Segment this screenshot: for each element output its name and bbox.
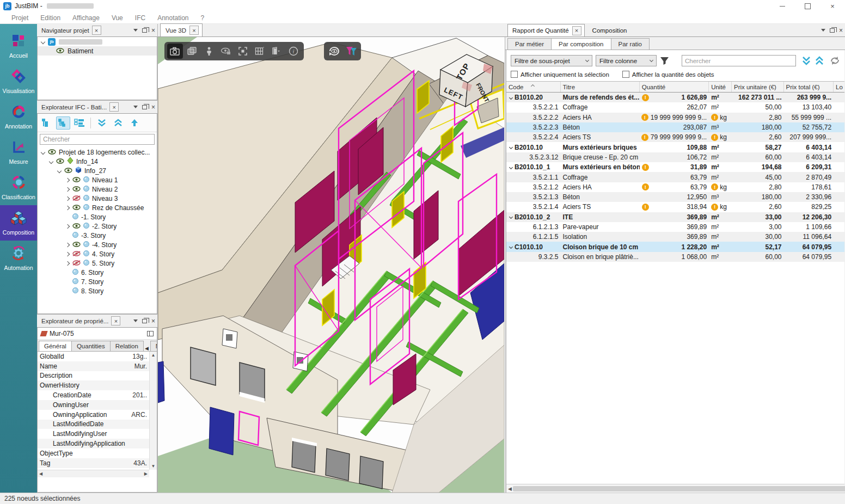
ifc-tree-item[interactable]: Projet de 18 logements collec... [38,147,157,157]
reset-view-icon[interactable] [326,44,342,59]
chevron-down-icon[interactable] [49,159,53,163]
warning-icon[interactable]: ! [642,183,649,190]
visibility-eye-icon[interactable] [72,204,81,212]
sidebar-item-composition[interactable]: Composition [0,205,37,241]
sidebar-item-accueil[interactable]: Accueil [0,28,37,64]
ifc-tree-item[interactable]: -2. Story [38,222,157,231]
vertical-scrollbar[interactable]: ▲▼ [149,352,157,470]
table-row[interactable]: 3.5.2.2.3Béton293,087m³180,0052 755,72 [506,122,844,132]
ifc-tree-item[interactable]: -3. Story [38,231,157,240]
scroll-left-icon[interactable]: ◀ [508,486,512,491]
ifc-tree-item[interactable]: Niveau 2 [38,185,157,194]
ifc-tree-item[interactable]: Niveau 3 [38,194,157,203]
close-icon[interactable]: × [572,26,581,35]
chevron-down-icon[interactable] [41,150,45,154]
layout-toggle-icon[interactable] [147,331,154,336]
close-icon[interactable]: × [151,27,155,34]
property-row[interactable]: LastModifyingApplication [38,439,149,448]
subtab-par-ratio[interactable]: Par ratio [611,38,650,50]
table-row[interactable]: 3.5.2.1.4Aciers TS!318,94!kg2,60829,25 [506,202,844,212]
sidebar-item-annotation[interactable]: Annotation [0,99,37,134]
tab-general[interactable]: Général [39,341,72,351]
float-panel-icon[interactable] [142,105,147,109]
table-row[interactable]: B2010.10_2ITE369,89m²33,0012 206,30 [506,212,844,222]
table-row[interactable]: 3.5.2.1.2Aciers HA!63,79!kg2,80178,61 [506,182,844,192]
tree-view-flat-icon[interactable] [40,116,54,130]
chevron-down-icon[interactable] [509,145,513,149]
table-row[interactable]: C1010.10Cloison brique de 10 cm1 228,20m… [506,242,844,251]
tab-navigateur-projet[interactable]: Navigateur projet × [39,24,102,36]
info-icon[interactable]: i [285,44,301,59]
ifc-tree-item[interactable]: Niveau 1 [38,175,157,185]
ifc-tree-item[interactable]: Info_27 [38,166,157,175]
chevron-down-icon[interactable] [41,39,45,44]
checkbox-icon[interactable] [622,71,629,78]
table-row[interactable]: 3.5.2.1.3Béton12,950m³180,002 330,96 [506,192,844,202]
chevron-down-icon[interactable] [509,96,513,100]
checkbox-object-quantity[interactable]: Afficher la quantité des objets [622,71,714,78]
table-row[interactable]: 6.1.2.1.3Pare-vapeur369,89m²3,001 109,66 [506,222,844,232]
visibility-eye-icon[interactable] [72,223,81,230]
menu-ifc[interactable]: IFC [129,14,151,22]
table-row[interactable]: 3.5.2.2.1Coffrage262,07m²50,0013 103,40 [506,102,844,112]
eye-lock-icon[interactable] [218,44,234,59]
subtab-par-composition[interactable]: Par composition [551,38,611,50]
tree-row-project[interactable]: jb [38,37,157,46]
warning-icon[interactable]: ! [711,204,718,211]
ifc-tree-item[interactable]: -4. Story [38,240,157,249]
ifc-tree-item[interactable]: Rez de Chaussée [38,203,157,212]
chevron-down-icon[interactable] [509,165,513,169]
chevron-right-icon[interactable] [65,196,70,200]
subproject-filter-dropdown[interactable]: Filtre de sous-projet [511,55,592,66]
tab-explorateur-proprietes[interactable]: Explorateur de proprié... × [39,315,121,327]
checkbox-icon[interactable] [511,71,518,78]
expand-all-rows-icon[interactable] [801,56,811,65]
panel-menu-icon[interactable] [821,29,825,32]
warning-icon[interactable]: ! [711,114,718,121]
property-row[interactable]: OwningApplicationARC. [38,410,149,420]
tab-quantities[interactable]: Quantities [71,341,111,351]
property-row[interactable]: Tag43A. [38,458,149,468]
visibility-eye-icon[interactable] [72,186,81,193]
property-row[interactable]: OwningUser [38,400,149,410]
sidebar-item-classification[interactable]: Classification [0,170,37,205]
checkbox-selection-only[interactable]: Afficher uniquement la sélection [511,71,609,78]
tab-rapport-quantite[interactable]: Rapport de Quantité × [507,24,585,36]
color-filter-icon[interactable] [343,44,359,59]
refresh-icon[interactable] [830,56,840,65]
tree-view-list-icon[interactable] [72,116,87,130]
tab-composition[interactable]: Composition [585,27,635,34]
property-row[interactable]: OwnerHistory [38,380,149,390]
menu-vue[interactable]: Vue [106,14,129,22]
view-cube[interactable]: TOP LEFT FRONT [436,48,497,110]
subtab-par-metier[interactable]: Par métier [507,38,552,50]
close-icon[interactable]: × [839,27,843,34]
ifc-search-input[interactable] [43,136,151,143]
visibility-eye-icon[interactable] [56,158,64,165]
warning-icon[interactable]: ! [642,164,649,171]
property-row[interactable]: GlobalId13g.. [38,352,149,361]
warning-icon[interactable]: ! [711,183,718,190]
visibility-eye-icon[interactable] [56,47,64,55]
collapse-all-icon[interactable] [111,116,125,130]
warning-icon[interactable]: ! [642,94,649,101]
visibility-eye-icon[interactable] [48,149,56,156]
tab-ma-partial[interactable]: Ma [150,341,157,351]
close-button[interactable]: × [820,0,845,12]
close-icon[interactable]: × [151,318,155,324]
property-row[interactable]: ObjectType [38,448,149,458]
close-icon[interactable]: × [189,26,199,35]
ifc-tree-item[interactable]: 6. Story [38,268,157,277]
chevron-right-icon[interactable] [65,187,70,191]
ifc-tree-item[interactable]: -1. Story [38,212,157,222]
menu-affichage[interactable]: Affichage [66,14,106,22]
close-icon[interactable]: × [111,316,120,325]
restore-button[interactable] [795,0,820,12]
report-search-input[interactable] [685,58,793,64]
column-filter-dropdown[interactable]: Filtre colonne [596,55,657,66]
close-icon[interactable]: × [109,102,119,112]
table-row[interactable]: 3.5.2.2.2Aciers HA!19 999 999 999 9...!k… [506,113,844,122]
minimize-button[interactable] [770,0,795,12]
ifc-tree-item[interactable]: 7. Story [38,277,157,286]
scrollbar-thumb[interactable] [513,486,845,491]
